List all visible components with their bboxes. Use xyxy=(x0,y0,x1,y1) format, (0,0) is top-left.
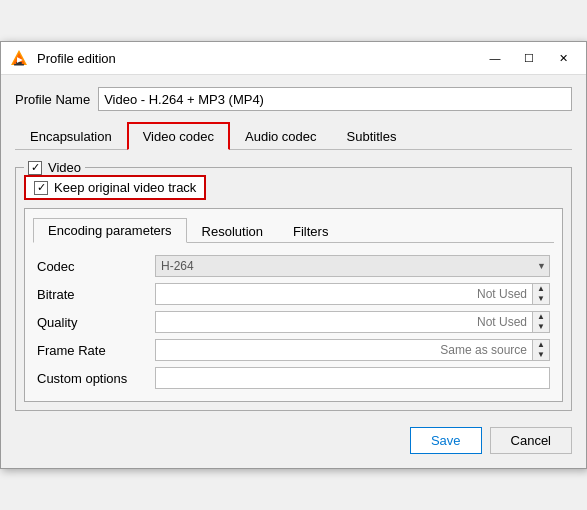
main-tabs: Encapsulation Video codec Audio codec Su… xyxy=(15,121,572,150)
vlc-icon: ▶ xyxy=(9,48,29,68)
framerate-down-button[interactable]: ▼ xyxy=(533,350,549,360)
subtab-encoding[interactable]: Encoding parameters xyxy=(33,218,187,243)
subtab-resolution[interactable]: Resolution xyxy=(187,218,278,243)
framerate-row: ▲ ▼ xyxy=(155,339,550,361)
bitrate-down-button[interactable]: ▼ xyxy=(533,294,549,304)
keep-track-checkbox[interactable]: ✓ xyxy=(34,181,48,195)
bitrate-up-button[interactable]: ▲ xyxy=(533,284,549,294)
quality-up-button[interactable]: ▲ xyxy=(533,312,549,322)
bitrate-input[interactable] xyxy=(155,283,533,305)
video-legend-label: Video xyxy=(48,160,81,175)
custom-options-input[interactable] xyxy=(155,367,550,389)
cancel-button[interactable]: Cancel xyxy=(490,427,572,454)
tab-video-codec[interactable]: Video codec xyxy=(127,122,230,150)
subtab-filters[interactable]: Filters xyxy=(278,218,343,243)
tab-subtitles[interactable]: Subtitles xyxy=(332,122,412,150)
video-legend: ✓ Video xyxy=(24,160,85,175)
sub-tabs: Encoding parameters Resolution Filters xyxy=(33,217,554,243)
framerate-up-button[interactable]: ▲ xyxy=(533,340,549,350)
quality-label: Quality xyxy=(37,315,147,330)
quality-row: ▲ ▼ xyxy=(155,311,550,333)
minimize-button[interactable]: — xyxy=(480,48,510,68)
window-title: Profile edition xyxy=(37,51,480,66)
profile-edition-window: ▶ Profile edition — ☐ ✕ Profile Name Enc… xyxy=(0,41,587,469)
framerate-label: Frame Rate xyxy=(37,343,147,358)
profile-name-row: Profile Name xyxy=(15,87,572,111)
bitrate-spinner: ▲ ▼ xyxy=(533,283,550,305)
footer-buttons: Save Cancel xyxy=(15,427,572,454)
svg-rect-3 xyxy=(14,64,24,66)
tab-encapsulation[interactable]: Encapsulation xyxy=(15,122,127,150)
framerate-spinner: ▲ ▼ xyxy=(533,339,550,361)
profile-name-input[interactable] xyxy=(98,87,572,111)
codec-row: H-264 ▼ xyxy=(155,255,550,277)
keep-track-row: ✓ Keep original video track xyxy=(24,175,206,200)
bitrate-label: Bitrate xyxy=(37,287,147,302)
close-button[interactable]: ✕ xyxy=(548,48,578,68)
window-controls: — ☐ ✕ xyxy=(480,48,578,68)
profile-name-label: Profile Name xyxy=(15,92,90,107)
quality-spinner: ▲ ▼ xyxy=(533,311,550,333)
params-grid: Codec H-264 ▼ Bitrate ▲ ▼ xyxy=(33,251,554,393)
maximize-button[interactable]: ☐ xyxy=(514,48,544,68)
quality-down-button[interactable]: ▼ xyxy=(533,322,549,332)
codec-select[interactable]: H-264 xyxy=(155,255,550,277)
custom-options-label: Custom options xyxy=(37,371,147,386)
bitrate-row: ▲ ▼ xyxy=(155,283,550,305)
video-fieldset: ✓ Video ✓ Keep original video track Enco… xyxy=(15,160,572,411)
codec-label: Codec xyxy=(37,259,147,274)
tab-audio-codec[interactable]: Audio codec xyxy=(230,122,332,150)
framerate-input[interactable] xyxy=(155,339,533,361)
window-content: Profile Name Encapsulation Video codec A… xyxy=(1,75,586,468)
quality-input[interactable] xyxy=(155,311,533,333)
encoding-panel: Encoding parameters Resolution Filters C… xyxy=(24,208,563,402)
keep-track-label: Keep original video track xyxy=(54,180,196,195)
custom-options-row xyxy=(155,367,550,389)
title-bar: ▶ Profile edition — ☐ ✕ xyxy=(1,42,586,75)
video-checkbox[interactable]: ✓ xyxy=(28,161,42,175)
save-button[interactable]: Save xyxy=(410,427,482,454)
